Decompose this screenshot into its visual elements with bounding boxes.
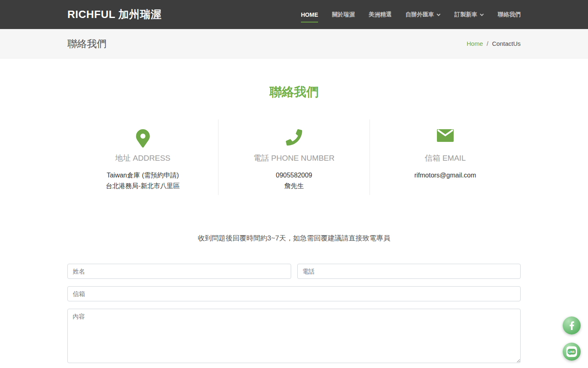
nav-item-label: 美洲精選: [369, 11, 392, 18]
phone-field[interactable]: [297, 264, 521, 279]
message-field[interactable]: [67, 309, 521, 363]
breadcrumb-separator: /: [487, 40, 488, 47]
line-icon: LINE: [566, 346, 577, 357]
floating-social-buttons: LINE: [563, 316, 581, 361]
nav-item-selection[interactable]: 美洲精選: [369, 11, 392, 18]
breadcrumb: Home / ContactUs: [467, 40, 521, 47]
email-label: 信箱 EMAIL: [370, 153, 521, 164]
nav-item-label: 聯絡我們: [498, 11, 521, 18]
nav-item-home[interactable]: HOME: [301, 11, 318, 18]
address-label: 地址 ADDRESS: [67, 153, 218, 164]
section-title: 聯絡我們: [0, 84, 588, 101]
nav-item-import-cars[interactable]: 自辦外匯車: [405, 11, 441, 18]
nav-item-label: 自辦外匯車: [405, 11, 434, 18]
phone-number: 0905582009: [218, 170, 369, 181]
map-pin-icon: [67, 129, 218, 148]
phone-contact-person: 詹先生: [218, 181, 369, 191]
nav-item-label: HOME: [301, 11, 318, 18]
line-icon-label: LINE: [568, 349, 576, 355]
chevron-down-icon: [480, 13, 484, 16]
breadcrumb-home-link[interactable]: Home: [467, 40, 483, 47]
chevron-down-icon: [437, 13, 441, 16]
facebook-button[interactable]: [563, 316, 581, 334]
contact-page-content: 聯絡我們 地址 ADDRESS Taiwan倉庫 (需預約申請) 台北港務局-新…: [0, 58, 588, 363]
phone-label: 電話 PHONE NUMBER: [218, 153, 369, 164]
breadcrumb-current: ContactUs: [492, 40, 521, 47]
top-nav-bar: RICHFUL 加州瑞渥 HOME 關於瑞渥 美洲精選 自辦外匯車 訂製新車: [0, 0, 588, 29]
nav-item-label: 關於瑞渥: [332, 11, 355, 18]
phone-column: 電話 PHONE NUMBER 0905582009 詹先生: [218, 119, 369, 195]
email-column: 信箱 EMAIL rifmotors@gmail.com: [370, 119, 521, 195]
phone-icon: [218, 129, 369, 148]
email-details: rifmotors@gmail.com: [370, 170, 521, 181]
breadcrumb-bar: 聯絡我們 Home / ContactUs: [0, 29, 588, 58]
address-details: Taiwan倉庫 (需預約申請) 台北港務局-新北市八里區: [67, 170, 218, 192]
phone-details: 0905582009 詹先生: [218, 170, 369, 192]
contact-form: [67, 264, 521, 363]
page-title: 聯絡我們: [67, 37, 107, 50]
facebook-icon: [569, 321, 575, 330]
nav-item-new-cars[interactable]: 訂製新車: [454, 11, 484, 18]
address-line: 台北港務局-新北市八里區: [67, 181, 218, 191]
email-address: rifmotors@gmail.com: [370, 170, 521, 181]
nav-item-label: 訂製新車: [454, 11, 477, 18]
name-field[interactable]: [67, 264, 291, 279]
envelope-icon: [370, 129, 521, 148]
address-line: Taiwan倉庫 (需預約申請): [67, 170, 218, 181]
main-nav: HOME 關於瑞渥 美洲精選 自辦外匯車 訂製新車 聯絡我們: [301, 11, 521, 18]
line-button[interactable]: LINE: [563, 343, 581, 361]
email-field[interactable]: [67, 286, 521, 301]
nav-item-contact[interactable]: 聯絡我們: [498, 11, 521, 18]
response-time-note: 收到問題後回覆時間約3~7天，如急需回覆建議請直接致電專員: [0, 233, 588, 243]
site-logo[interactable]: RICHFUL 加州瑞渥: [67, 7, 162, 22]
address-column: 地址 ADDRESS Taiwan倉庫 (需預約申請) 台北港務局-新北市八里區: [67, 119, 218, 195]
contact-info-columns: 地址 ADDRESS Taiwan倉庫 (需預約申請) 台北港務局-新北市八里區…: [67, 119, 521, 195]
nav-item-about[interactable]: 關於瑞渥: [332, 11, 355, 18]
